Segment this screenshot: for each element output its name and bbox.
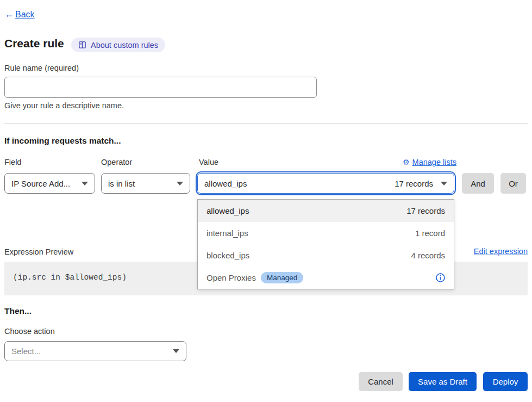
create-rule-page: ← Back Create rule About custom rules Ru…: [0, 0, 532, 402]
section-divider: [4, 123, 528, 124]
manage-lists-label: Manage lists: [412, 158, 456, 166]
list-record-count: 1 record: [415, 228, 445, 238]
book-icon: [78, 41, 86, 49]
then-section-heading: Then...: [4, 306, 32, 316]
save-as-draft-button[interactable]: Save as Draft: [409, 372, 477, 391]
value-column-label: Value: [199, 158, 218, 166]
list-name: blocked_ips: [206, 251, 249, 260]
value-select-record-count: 17 records: [395, 179, 433, 188]
list-name: internal_ips: [206, 228, 248, 238]
back-link-label: Back: [15, 10, 35, 20]
edit-expression-link[interactable]: Edit expression: [474, 247, 528, 256]
rule-name-input[interactable]: [4, 77, 317, 98]
dropdown-item-open-proxies[interactable]: Open Proxies Managed: [198, 267, 454, 289]
field-column-label: Field: [4, 158, 21, 166]
action-select[interactable]: Select...: [4, 341, 186, 361]
dropdown-item-internal-ips[interactable]: internal_ips 1 record: [198, 222, 454, 244]
list-record-count: 17 records: [406, 206, 445, 215]
rule-name-label: Rule name (required): [4, 64, 79, 72]
list-name: Open Proxies: [206, 273, 256, 282]
action-select-placeholder: Select...: [11, 347, 41, 356]
about-custom-rules-link[interactable]: About custom rules: [71, 38, 165, 52]
back-link[interactable]: ← Back: [4, 9, 35, 20]
value-select-value: allowed_ips: [204, 179, 247, 188]
cancel-button[interactable]: Cancel: [359, 372, 403, 391]
gear-icon: ⚙: [403, 158, 410, 166]
list-name: allowed_ips: [206, 206, 249, 215]
operator-column-label: Operator: [101, 158, 132, 166]
operator-select[interactable]: is in list: [101, 173, 190, 194]
or-button[interactable]: Or: [500, 173, 526, 194]
dropdown-item-blocked-ips[interactable]: blocked_ips 4 records: [198, 244, 454, 267]
and-button[interactable]: And: [462, 173, 494, 194]
chevron-down-icon: [173, 349, 179, 353]
field-select-value: IP Source Add...: [11, 179, 70, 188]
dropdown-item-allowed-ips[interactable]: allowed_ips 17 records: [198, 200, 454, 222]
manage-lists-link[interactable]: ⚙ Manage lists: [403, 158, 456, 166]
page-title: Create rule: [4, 37, 64, 50]
operator-select-value: is in list: [108, 179, 135, 188]
choose-action-label: Choose action: [4, 327, 55, 336]
about-custom-rules-label: About custom rules: [91, 41, 158, 50]
chevron-down-icon: [177, 182, 183, 185]
value-dropdown-panel: allowed_ips 17 records internal_ips 1 re…: [197, 199, 454, 289]
chevron-down-icon: [82, 182, 88, 185]
match-section-heading: If incoming requests match...: [4, 136, 121, 146]
deploy-button[interactable]: Deploy: [483, 372, 528, 391]
field-select[interactable]: IP Source Add...: [4, 173, 95, 194]
info-icon[interactable]: [436, 273, 445, 282]
chevron-down-icon: [441, 182, 447, 185]
back-arrow-icon: ←: [4, 9, 14, 20]
managed-badge: Managed: [261, 272, 303, 283]
list-record-count: 4 records: [411, 251, 445, 260]
expression-preview-label: Expression Preview: [4, 248, 73, 256]
rule-name-helper-text: Give your rule a descriptive name.: [4, 101, 124, 110]
value-select[interactable]: allowed_ips 17 records: [197, 173, 454, 194]
expression-code: (ip.src in $allowed_ips): [13, 273, 127, 282]
